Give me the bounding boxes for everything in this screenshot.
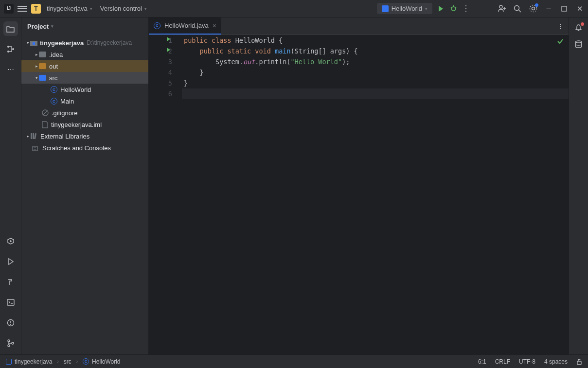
cursor-position[interactable]: 6:1 [478,358,486,365]
breadcrumb[interactable]: tinygeekerjava › src › C HelloWorld [6,358,121,365]
run-configuration-selector[interactable]: HelloWorld ▾ [377,3,432,14]
readonly-toggle-icon[interactable] [576,358,582,365]
code-with-me-icon[interactable] [498,4,506,13]
module-icon [6,359,12,365]
svg-line-29 [43,111,47,115]
run-tool-button[interactable] [3,254,18,269]
chevron-down-icon: ▾ [25,40,30,45]
tab-helloworld[interactable]: C HelloWorld.java × [149,18,221,35]
line-number: 6 [168,90,172,98]
editor-tabs-menu[interactable]: ⋮ [552,22,569,30]
services-tool-button[interactable] [3,234,18,248]
svg-rect-33 [33,146,37,151]
line-separator[interactable]: CRLF [495,358,510,365]
svg-rect-19 [7,299,14,305]
folder-icon [39,52,46,57]
tree-node-main[interactable]: C Main [21,95,148,107]
node-label: Main [60,98,74,105]
node-label: src [49,74,57,82]
tab-label: HelloWorld.java [164,22,209,29]
vcs-label: Version control [100,5,142,12]
svg-point-9 [515,5,519,10]
more-tool-button[interactable]: ⋯ [3,62,18,77]
svg-rect-32 [34,133,36,139]
node-path: D:\tinygeekerjava [87,39,132,46]
status-bar: tinygeekerjava › src › C HelloWorld 6:1 … [0,354,588,368]
class-icon: C [83,358,89,365]
project-panel-header[interactable]: Project ▾ [21,18,148,35]
file-encoding[interactable]: UTF-8 [519,358,535,365]
problems-tool-button[interactable] [3,315,18,330]
indent-info[interactable]: 4 spaces [544,358,568,365]
svg-point-15 [7,51,9,53]
svg-point-12 [530,5,536,12]
chevron-right-icon: ▸ [34,52,39,57]
git-tool-button[interactable] [3,336,18,350]
line-number: 5 [168,79,172,87]
terminal-tool-button[interactable] [3,295,18,310]
chevron-down-icon: ▾ [144,6,147,11]
more-actions-button[interactable]: ⋮ [462,4,470,13]
vcs-dropdown[interactable]: Version control ▾ [98,4,149,13]
run-gutter-icon[interactable] [166,47,171,53]
svg-point-11 [532,7,535,10]
build-tool-button[interactable] [3,275,18,289]
project-icon: T [31,4,41,14]
editor-area: C HelloWorld.java × ⋮ 1 2 3 4 5 6 public… [149,18,569,354]
inspection-status-icon[interactable] [557,38,564,45]
chevron-right-icon: › [76,359,78,364]
tree-node-external-libs[interactable]: ▸ External Libraries [21,130,148,142]
titlebar: IJ T tinygeekerjava ▾ Version control ▾ … [0,0,588,18]
svg-rect-37 [577,361,581,365]
run-button[interactable] [436,4,445,13]
folder-icon [39,75,46,81]
tree-node-helloworld[interactable]: C HelloWorld [21,84,148,95]
code-editor[interactable]: 1 2 3 4 5 6 public class HelloWorld { pu… [149,35,569,354]
tree-node-scratches[interactable]: Scratches and Consoles [21,142,148,154]
svg-point-0 [451,7,455,11]
run-config-icon [382,5,389,12]
code-content[interactable]: public class HelloWorld { public static … [182,35,569,354]
svg-line-10 [519,10,521,12]
class-icon: C [51,86,57,93]
chevron-down-icon: ▾ [425,6,428,11]
svg-point-36 [576,41,582,43]
close-tab-icon[interactable]: × [213,22,216,30]
line-number: 3 [168,58,172,66]
node-label: .gitignore [52,109,77,117]
run-gutter-icon[interactable] [166,36,171,42]
project-panel-title: Project [27,23,49,30]
database-tool-icon[interactable] [574,40,583,49]
maximize-button[interactable] [560,4,569,13]
svg-line-3 [455,7,456,8]
structure-tool-button[interactable] [3,42,18,56]
debug-button[interactable] [449,4,458,13]
svg-rect-13 [562,6,567,11]
close-button[interactable]: ✕ [575,4,584,13]
tree-node-out[interactable]: ▸ out [21,60,148,72]
project-name: tinygeekerjava [47,5,88,12]
project-dropdown[interactable]: tinygeekerjava ▾ [45,4,94,13]
app-icon: IJ [4,4,14,14]
tree-node-gitignore[interactable]: .gitignore [21,107,148,119]
project-sidebar: Project ▾ ▾ tinygeekerjava D:\tinygeeker… [21,18,149,354]
left-tool-strip: ⋯ [0,18,21,354]
svg-line-2 [451,7,452,8]
folder-icon [39,63,46,69]
run-config-name: HelloWorld [392,5,422,12]
search-everywhere-icon[interactable] [513,4,522,13]
main-menu-button[interactable] [18,4,27,14]
svg-point-6 [499,5,502,8]
line-number: 4 [168,69,172,76]
tree-node-iml[interactable]: tinygeekerjava.iml [21,119,148,130]
settings-icon[interactable] [529,4,537,13]
project-tool-button[interactable] [3,21,18,36]
svg-line-4 [451,10,452,10]
crumb-item: HelloWorld [92,358,120,365]
minimize-button[interactable]: ─ [544,4,553,13]
notifications-icon[interactable] [574,23,583,32]
tree-node-idea[interactable]: ▸ .idea [21,49,148,60]
svg-point-25 [12,342,14,344]
tree-root[interactable]: ▾ tinygeekerjava D:\tinygeekerjava [21,37,148,49]
tree-node-src[interactable]: ▾ src [21,72,148,84]
